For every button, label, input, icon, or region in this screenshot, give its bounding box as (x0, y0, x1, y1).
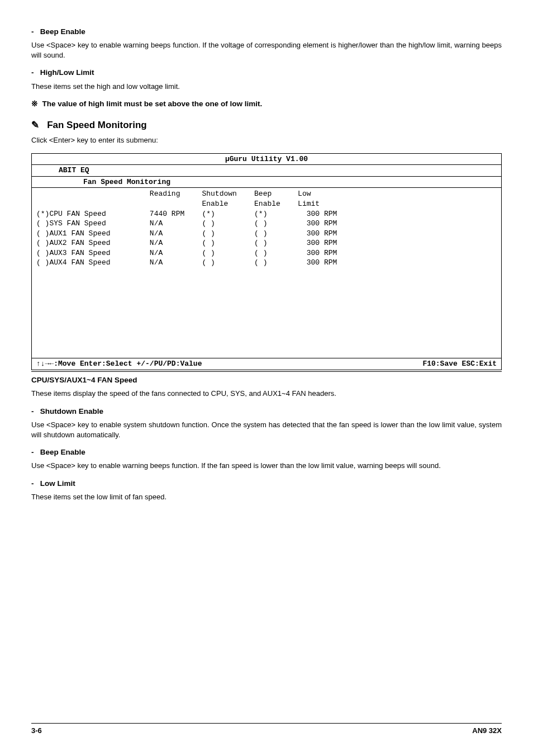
heading-beep-enable-2: Beep Enable (31, 447, 502, 457)
para-fan-intro: Click <Enter> key to enter its submenu: (31, 135, 502, 145)
table-footer-left: ↑↓→←:Move Enter:Select +/-/PU/PD:Value (36, 359, 202, 369)
para-beep-2: Use <Space> key to enable warning beeps … (31, 461, 502, 471)
table-body: Reading Shutdown Beep Low Enable Enable … (32, 188, 501, 358)
heading-shutdown-enable: Shutdown Enable (31, 407, 502, 417)
page-footer: 3-6 AN9 32X (31, 723, 502, 736)
para-shutdown: Use <Space> key to enable system shutdow… (31, 420, 502, 440)
para-high-low: These items set the high and low voltage… (31, 82, 502, 92)
note-text: The value of high limit must be set abov… (42, 100, 263, 108)
table-footer-right: F10:Save ESC:Exit (422, 359, 497, 369)
heading-text: Fan Speed Monitoring (47, 120, 147, 130)
heading-beep-enable: Beep Enable (31, 27, 502, 37)
heading-high-low-limit: High/Low Limit (31, 68, 502, 78)
heading-text: Low Limit (40, 479, 75, 488)
heading-fan-speed-monitoring: Fan Speed Monitoring (31, 119, 502, 132)
table-title: µGuru Utility V1.00 (32, 154, 501, 166)
table-sub1: ABIT EQ (32, 165, 501, 177)
heading-text: High/Low Limit (40, 68, 94, 77)
para-cpu-sys-aux: These items display the speed of the fan… (31, 389, 502, 399)
heading-cpu-sys-aux: CPU/SYS/AUX1~4 FAN Speed (31, 375, 502, 385)
para-beep-enable: Use <Space> key to enable warning beeps … (31, 40, 502, 60)
heading-text: Beep Enable (40, 27, 85, 36)
footer-page-num: 3-6 (31, 726, 42, 735)
table-sub2: Fan Speed Monitoring (32, 177, 501, 188)
bios-table: µGuru Utility V1.00 ABIT EQ Fan Speed Mo… (31, 153, 502, 370)
divider (31, 371, 502, 372)
heading-low-limit: Low Limit (31, 479, 502, 489)
heading-text: Beep Enable (40, 448, 85, 456)
heading-text: Shutdown Enable (40, 407, 103, 415)
note-high-limit: The value of high limit must be set abov… (31, 99, 502, 109)
footer-doc-id: AN9 32X (472, 726, 502, 736)
table-footer: ↑↓→←:Move Enter:Select +/-/PU/PD:Value F… (32, 358, 501, 370)
para-low-limit: These items set the low limit of fan spe… (31, 492, 502, 502)
